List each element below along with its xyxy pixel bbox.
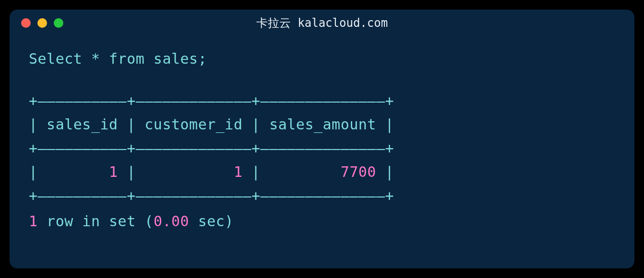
cell-sales-amount: 7700	[341, 163, 376, 180]
sql-query: Select * from sales;	[29, 47, 615, 71]
titlebar: 卡拉云 kalacloud.com	[10, 10, 634, 33]
row-count: 1	[29, 213, 38, 230]
minimize-icon[interactable]	[37, 18, 47, 28]
table-border-bottom: +——————————+—————————————+——————————————…	[29, 187, 394, 204]
cell-sales-id: 1	[109, 163, 118, 180]
table-row: | 1 | 1 | 7700 |	[29, 163, 394, 180]
table-header: | sales_id | customer_id | sales_amount …	[29, 116, 394, 133]
traffic-lights	[21, 18, 63, 28]
query-time: 0.00	[154, 213, 189, 230]
terminal-window: 卡拉云 kalacloud.com Select * from sales; +…	[10, 10, 634, 268]
result-footer: 1 row in set (0.00 sec)	[29, 209, 615, 233]
terminal-content: Select * from sales; +——————————+———————…	[10, 33, 634, 248]
result-table: +——————————+—————————————+——————————————…	[29, 89, 615, 208]
maximize-icon[interactable]	[54, 18, 63, 28]
close-icon[interactable]	[21, 18, 31, 28]
table-border-top: +——————————+—————————————+——————————————…	[29, 93, 394, 109]
table-border-mid: +——————————+—————————————+——————————————…	[29, 140, 394, 157]
window-title: 卡拉云 kalacloud.com	[256, 15, 388, 31]
cell-customer-id: 1	[234, 163, 243, 180]
